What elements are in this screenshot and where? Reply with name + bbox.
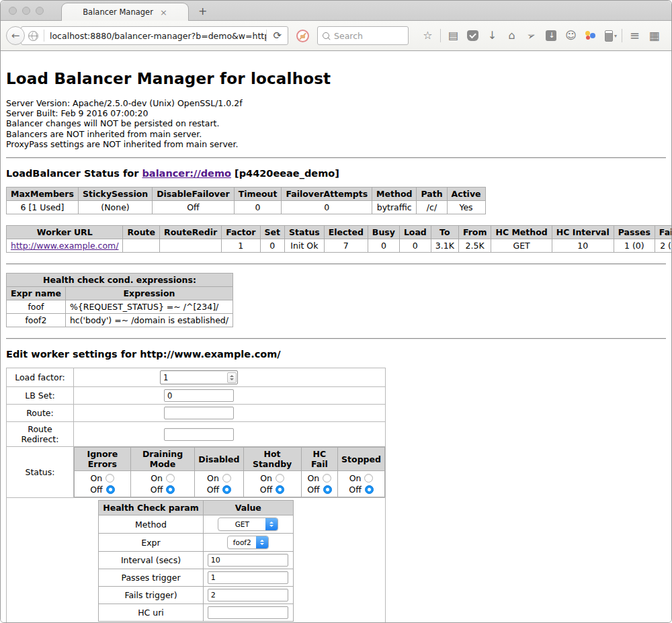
col-header: Load <box>399 226 431 239</box>
hot-standby-on-radio[interactable] <box>276 474 284 483</box>
col-header: HC Interval <box>552 226 614 239</box>
cell-timeout: 0 <box>234 201 282 214</box>
table-header-row: Worker URL Route RouteRedir Factor Set S… <box>7 226 672 239</box>
col-header: Health Check param <box>99 501 204 515</box>
hc-uri-input[interactable] <box>208 606 288 619</box>
chevron-down-icon[interactable]: ▾ <box>614 33 617 39</box>
cell-from: 2.5K <box>458 239 491 253</box>
home-icon[interactable]: ⌂ <box>502 26 521 45</box>
tab-close-icon[interactable]: × <box>160 7 167 17</box>
disabled-off-radio[interactable] <box>222 485 231 494</box>
cell-hc-interval: 10 <box>552 239 614 253</box>
fails-label: Fails trigger) <box>99 587 204 604</box>
load-factor-input[interactable] <box>163 373 227 382</box>
browser-tab[interactable]: Balancer Manager × <box>61 3 189 21</box>
col-header: Factor <box>222 226 260 239</box>
cell-method: bytraffic <box>372 201 417 214</box>
cell-stickysession: (None) <box>78 201 152 214</box>
table-title-row: Health check cond. expressions: <box>7 274 233 287</box>
col-header: HC Fail <box>301 448 337 471</box>
draining-mode-off-radio[interactable] <box>166 485 175 494</box>
url-bar[interactable]: ⟳ <box>21 26 288 45</box>
extension-dots-icon[interactable] <box>585 30 597 41</box>
passes-trigger-input[interactable] <box>208 571 288 584</box>
passes-label: Passes trigger <box>99 569 204 587</box>
table-row: 6 [1 Used] (None) Off 0 0 bytraffic /c/ … <box>7 201 486 214</box>
worker-url-link[interactable]: http://www.example.com/ <box>11 241 118 251</box>
url-input[interactable] <box>50 31 266 41</box>
ignore-errors-off-radio[interactable] <box>106 485 115 494</box>
cell-factor: 1 <box>222 239 260 253</box>
cell-expression: hc('body') =~ /domain is established/ <box>65 314 233 327</box>
method-select[interactable]: GET <box>218 517 278 531</box>
server-info: Server Version: Apache/2.5.0-dev (Unix) … <box>6 98 666 149</box>
col-header: Value <box>203 501 293 515</box>
search-bar[interactable] <box>317 26 409 45</box>
col-header: Hot Standby <box>243 448 301 471</box>
col-header: FailoverAttempts <box>282 188 372 201</box>
on-label: On <box>349 472 362 484</box>
search-input[interactable] <box>334 31 394 41</box>
route-redirect-input[interactable] <box>164 428 234 441</box>
col-header: Disabled <box>195 448 243 471</box>
worker-row: http://www.example.com/ 1 0 Init Ok 7 0 … <box>7 239 672 253</box>
route-redirect-label: Route Redirect: <box>7 422 74 447</box>
off-label: Off <box>151 484 163 495</box>
draining-mode-on-radio[interactable] <box>166 474 175 483</box>
pocket-icon[interactable] <box>467 30 478 41</box>
route-input[interactable] <box>164 407 234 419</box>
toolbar-divider <box>622 29 622 42</box>
bookmark-star-icon[interactable]: ☆ <box>418 26 437 45</box>
stopped-on-radio[interactable] <box>364 474 373 483</box>
cell-busy: 0 <box>368 239 399 253</box>
back-button[interactable]: ← <box>6 26 25 45</box>
cell-expr-name: foof <box>7 300 66 314</box>
adblock-disabled-icon[interactable] <box>296 30 309 42</box>
new-tab-button[interactable]: + <box>198 5 207 20</box>
tab-title: Balancer Manager <box>83 7 153 17</box>
number-stepper-icon[interactable] <box>227 372 237 383</box>
ignore-errors-on-radio[interactable] <box>106 474 114 483</box>
cell-load: 0 <box>399 239 431 253</box>
hc-fail-on-radio[interactable] <box>323 474 331 483</box>
cell-set: 0 <box>260 239 284 253</box>
sidebar-panel-icon[interactable] <box>605 30 613 42</box>
reload-icon[interactable]: ⟳ <box>266 30 288 42</box>
close-window-button[interactable] <box>9 7 17 15</box>
panel-download-icon[interactable] <box>546 30 556 41</box>
col-header: Elected <box>324 226 368 239</box>
site-identity-globe-icon[interactable] <box>28 31 38 41</box>
col-header: StickySession <box>78 188 152 201</box>
stopped-off-radio[interactable] <box>365 485 374 494</box>
lb-set-input[interactable] <box>164 389 234 402</box>
col-header: Timeout <box>234 188 282 201</box>
menu-hamburger-icon[interactable]: ≡ <box>625 26 644 45</box>
expr-select[interactable]: foof2 <box>227 536 269 549</box>
on-label: On <box>207 472 219 484</box>
col-header: Active <box>447 188 485 201</box>
cell-maxmembers: 6 [1 Used] <box>7 201 79 214</box>
cell-status: Init Ok <box>285 239 325 253</box>
col-header: Path <box>417 188 447 201</box>
route-label: Route: <box>7 405 74 422</box>
minimize-window-button[interactable] <box>22 7 30 15</box>
send-to-device-icon[interactable]: ➢ <box>520 27 542 44</box>
window-controls <box>9 7 44 15</box>
reading-list-icon[interactable]: ▤ <box>444 26 463 45</box>
col-header: Expr name <box>7 287 66 300</box>
balancer-link[interactable]: balancer://demo <box>142 168 231 179</box>
col-header: Passes <box>614 226 655 239</box>
divider <box>6 338 666 339</box>
hot-standby-off-radio[interactable] <box>276 485 284 494</box>
disabled-on-radio[interactable] <box>222 474 231 483</box>
col-header: Busy <box>368 226 399 239</box>
interval-input[interactable] <box>208 554 288 567</box>
lb-set-label: LB Set: <box>7 387 74 405</box>
tile-view-icon[interactable]: ▦ <box>644 26 664 45</box>
fails-trigger-input[interactable] <box>208 589 288 601</box>
off-label: Off <box>90 484 102 495</box>
hc-fail-off-radio[interactable] <box>323 485 332 494</box>
feedback-smiley-icon[interactable]: ☺ <box>561 26 581 45</box>
downloads-icon[interactable]: ↓ <box>482 26 502 45</box>
zoom-window-button[interactable] <box>36 7 44 15</box>
